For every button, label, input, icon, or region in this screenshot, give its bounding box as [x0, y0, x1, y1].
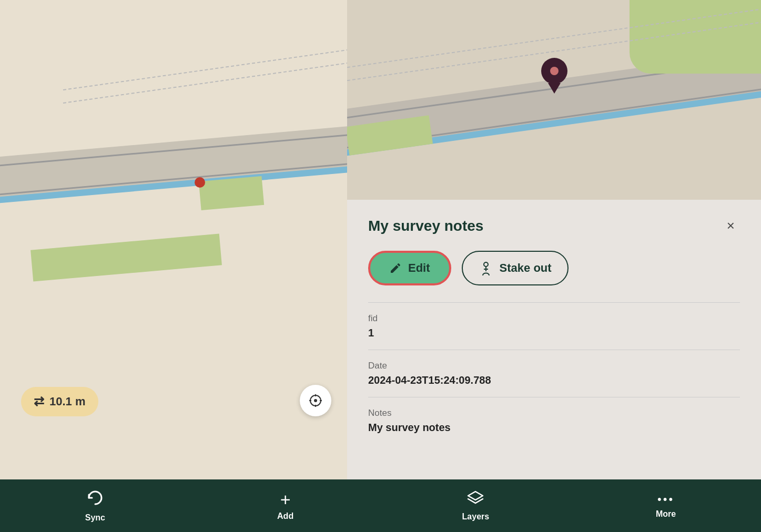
close-button[interactable]: × [722, 216, 740, 236]
more-label: More [656, 509, 676, 519]
info-panel: My survey notes × Edit [347, 200, 761, 479]
main-content: ⇄ 10.1 m [0, 0, 761, 479]
fid-value: 1 [368, 327, 740, 339]
green-area [31, 233, 222, 281]
left-map: ⇄ 10.1 m [0, 0, 347, 479]
dashed-path [63, 62, 347, 104]
stake-icon [479, 261, 493, 275]
pin-head [541, 58, 567, 84]
distance-value: 10.1 m [49, 395, 86, 408]
right-panel: My survey notes × Edit [347, 0, 761, 479]
green-area [199, 176, 264, 210]
add-icon: + [280, 490, 291, 508]
more-icon: ••• [657, 493, 674, 506]
date-value: 2024-04-23T15:24:09.788 [368, 374, 740, 386]
distance-icon: ⇄ [34, 394, 44, 409]
notes-label: Notes [368, 408, 740, 418]
field-date: Date 2024-04-23T15:24:09.788 [368, 350, 740, 397]
survey-title: My survey notes [368, 218, 483, 234]
bottom-nav: Sync + Add Layers ••• More [0, 479, 761, 532]
info-header: My survey notes × [368, 216, 740, 236]
pin-tail [548, 83, 561, 94]
stake-out-label: Stake out [500, 261, 552, 275]
nav-sync[interactable]: Sync [0, 484, 190, 528]
nav-more[interactable]: ••• More [571, 487, 761, 524]
nav-layers[interactable]: Layers [381, 485, 571, 527]
field-fid: fid 1 [368, 302, 740, 350]
right-map [347, 0, 761, 200]
location-button[interactable] [300, 385, 331, 416]
edit-icon [389, 262, 402, 274]
field-notes: Notes My survey notes [368, 397, 740, 444]
stake-out-button[interactable]: Stake out [462, 251, 569, 285]
action-buttons: Edit Stake out [368, 251, 740, 285]
notes-value: My survey notes [368, 422, 740, 434]
sync-icon [87, 489, 104, 510]
svg-point-1 [314, 399, 317, 402]
nav-add[interactable]: + Add [190, 485, 381, 526]
distance-badge: ⇄ 10.1 m [21, 387, 98, 416]
map-pin [541, 58, 567, 94]
add-label: Add [277, 511, 293, 521]
svg-point-6 [484, 262, 488, 267]
road-surface [0, 125, 347, 199]
date-label: Date [368, 361, 740, 371]
map-marker[interactable] [195, 177, 205, 188]
edit-button[interactable]: Edit [368, 251, 451, 285]
fid-label: fid [368, 313, 740, 324]
edit-label: Edit [408, 261, 430, 275]
layers-icon [467, 490, 484, 509]
layers-label: Layers [462, 512, 490, 521]
sync-label: Sync [85, 513, 105, 523]
